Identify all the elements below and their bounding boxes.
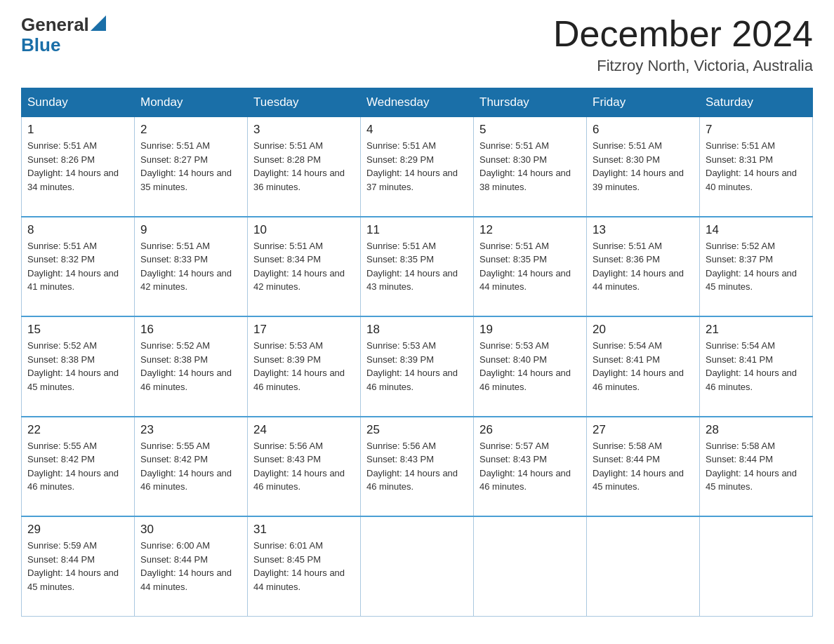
day-info: Sunrise: 5:51 AM Sunset: 8:30 PM Dayligh… bbox=[479, 139, 581, 208]
day-info: Sunrise: 5:51 AM Sunset: 8:28 PM Dayligh… bbox=[253, 139, 355, 208]
calendar-cell: 7 Sunrise: 5:51 AM Sunset: 8:31 PM Dayli… bbox=[700, 117, 813, 217]
day-info: Sunrise: 5:51 AM Sunset: 8:29 PM Dayligh… bbox=[366, 139, 468, 208]
calendar-cell: 31 Sunrise: 6:01 AM Sunset: 8:45 PM Dayl… bbox=[248, 516, 361, 616]
header-thursday: Thursday bbox=[474, 88, 587, 117]
calendar-cell: 22 Sunrise: 5:55 AM Sunset: 8:42 PM Dayl… bbox=[22, 417, 135, 517]
header-wednesday: Wednesday bbox=[361, 88, 474, 117]
logo-general-text: General bbox=[21, 14, 89, 36]
day-number: 1 bbox=[27, 123, 128, 137]
calendar-cell: 4 Sunrise: 5:51 AM Sunset: 8:29 PM Dayli… bbox=[361, 117, 474, 217]
calendar-cell: 30 Sunrise: 6:00 AM Sunset: 8:44 PM Dayl… bbox=[135, 516, 248, 616]
day-number: 16 bbox=[140, 323, 241, 337]
header-saturday: Saturday bbox=[700, 88, 813, 117]
day-number: 31 bbox=[253, 523, 355, 537]
page-header: General Blue December 2024 Fitzroy North… bbox=[21, 14, 813, 75]
day-info: Sunrise: 5:52 AM Sunset: 8:38 PM Dayligh… bbox=[27, 339, 128, 408]
header-friday: Friday bbox=[587, 88, 700, 117]
day-number: 12 bbox=[479, 223, 581, 237]
day-number: 11 bbox=[366, 223, 468, 237]
day-number: 7 bbox=[706, 123, 807, 137]
day-info: Sunrise: 6:01 AM Sunset: 8:45 PM Dayligh… bbox=[253, 539, 355, 608]
day-info: Sunrise: 5:59 AM Sunset: 8:44 PM Dayligh… bbox=[27, 539, 128, 608]
day-info: Sunrise: 5:51 AM Sunset: 8:34 PM Dayligh… bbox=[253, 239, 355, 308]
day-number: 28 bbox=[706, 423, 807, 437]
day-info: Sunrise: 5:54 AM Sunset: 8:41 PM Dayligh… bbox=[706, 339, 807, 408]
calendar-cell: 27 Sunrise: 5:58 AM Sunset: 8:44 PM Dayl… bbox=[587, 417, 700, 517]
day-number: 8 bbox=[27, 223, 128, 237]
day-number: 14 bbox=[706, 223, 807, 237]
calendar-cell: 16 Sunrise: 5:52 AM Sunset: 8:38 PM Dayl… bbox=[135, 316, 248, 417]
day-info: Sunrise: 5:56 AM Sunset: 8:43 PM Dayligh… bbox=[253, 439, 355, 508]
calendar-cell: 28 Sunrise: 5:58 AM Sunset: 8:44 PM Dayl… bbox=[700, 417, 813, 517]
day-number: 22 bbox=[27, 423, 128, 437]
day-number: 26 bbox=[479, 423, 581, 437]
day-info: Sunrise: 5:55 AM Sunset: 8:42 PM Dayligh… bbox=[27, 439, 128, 508]
calendar-cell: 18 Sunrise: 5:53 AM Sunset: 8:39 PM Dayl… bbox=[361, 316, 474, 417]
day-info: Sunrise: 5:53 AM Sunset: 8:40 PM Dayligh… bbox=[479, 339, 581, 408]
calendar-cell: 6 Sunrise: 5:51 AM Sunset: 8:30 PM Dayli… bbox=[587, 117, 700, 217]
calendar-header-row: SundayMondayTuesdayWednesdayThursdayFrid… bbox=[22, 88, 813, 117]
calendar-cell: 13 Sunrise: 5:51 AM Sunset: 8:36 PM Dayl… bbox=[587, 217, 700, 317]
day-number: 30 bbox=[140, 523, 241, 537]
day-number: 23 bbox=[140, 423, 241, 437]
calendar-cell: 12 Sunrise: 5:51 AM Sunset: 8:35 PM Dayl… bbox=[474, 217, 587, 317]
day-info: Sunrise: 5:52 AM Sunset: 8:37 PM Dayligh… bbox=[706, 239, 807, 308]
day-info: Sunrise: 5:51 AM Sunset: 8:33 PM Dayligh… bbox=[140, 239, 241, 308]
calendar-table: SundayMondayTuesdayWednesdayThursdayFrid… bbox=[21, 88, 813, 617]
week-row-2: 8 Sunrise: 5:51 AM Sunset: 8:32 PM Dayli… bbox=[22, 217, 813, 317]
header-monday: Monday bbox=[135, 88, 248, 117]
calendar-cell: 11 Sunrise: 5:51 AM Sunset: 8:35 PM Dayl… bbox=[361, 217, 474, 317]
title-area: December 2024 Fitzroy North, Victoria, A… bbox=[553, 14, 813, 75]
calendar-cell: 20 Sunrise: 5:54 AM Sunset: 8:41 PM Dayl… bbox=[587, 316, 700, 417]
day-info: Sunrise: 5:57 AM Sunset: 8:43 PM Dayligh… bbox=[479, 439, 581, 508]
location-title: Fitzroy North, Victoria, Australia bbox=[553, 57, 813, 75]
day-number: 24 bbox=[253, 423, 355, 437]
day-number: 15 bbox=[27, 323, 128, 337]
day-info: Sunrise: 5:56 AM Sunset: 8:43 PM Dayligh… bbox=[366, 439, 468, 508]
day-info: Sunrise: 5:52 AM Sunset: 8:38 PM Dayligh… bbox=[140, 339, 241, 408]
calendar-cell bbox=[587, 516, 700, 616]
calendar-cell: 21 Sunrise: 5:54 AM Sunset: 8:41 PM Dayl… bbox=[700, 316, 813, 417]
calendar-cell: 3 Sunrise: 5:51 AM Sunset: 8:28 PM Dayli… bbox=[248, 117, 361, 217]
day-info: Sunrise: 5:54 AM Sunset: 8:41 PM Dayligh… bbox=[593, 339, 694, 408]
day-number: 5 bbox=[479, 123, 581, 137]
day-info: Sunrise: 5:51 AM Sunset: 8:35 PM Dayligh… bbox=[366, 239, 468, 308]
day-number: 4 bbox=[366, 123, 468, 137]
day-number: 29 bbox=[27, 523, 128, 537]
calendar-cell: 15 Sunrise: 5:52 AM Sunset: 8:38 PM Dayl… bbox=[22, 316, 135, 417]
calendar-cell bbox=[361, 516, 474, 616]
calendar-cell bbox=[700, 516, 813, 616]
day-info: Sunrise: 5:51 AM Sunset: 8:35 PM Dayligh… bbox=[479, 239, 581, 308]
day-number: 6 bbox=[593, 123, 694, 137]
week-row-4: 22 Sunrise: 5:55 AM Sunset: 8:42 PM Dayl… bbox=[22, 417, 813, 517]
calendar-cell bbox=[474, 516, 587, 616]
day-number: 25 bbox=[366, 423, 468, 437]
day-number: 13 bbox=[593, 223, 694, 237]
day-number: 9 bbox=[140, 223, 241, 237]
calendar-cell: 17 Sunrise: 5:53 AM Sunset: 8:39 PM Dayl… bbox=[248, 316, 361, 417]
day-info: Sunrise: 5:51 AM Sunset: 8:36 PM Dayligh… bbox=[593, 239, 694, 308]
day-info: Sunrise: 5:51 AM Sunset: 8:32 PM Dayligh… bbox=[27, 239, 128, 308]
day-number: 2 bbox=[140, 123, 241, 137]
calendar-cell: 5 Sunrise: 5:51 AM Sunset: 8:30 PM Dayli… bbox=[474, 117, 587, 217]
day-number: 21 bbox=[706, 323, 807, 337]
day-info: Sunrise: 5:55 AM Sunset: 8:42 PM Dayligh… bbox=[140, 439, 241, 508]
day-info: Sunrise: 5:51 AM Sunset: 8:31 PM Dayligh… bbox=[706, 139, 807, 208]
day-info: Sunrise: 5:53 AM Sunset: 8:39 PM Dayligh… bbox=[366, 339, 468, 408]
week-row-1: 1 Sunrise: 5:51 AM Sunset: 8:26 PM Dayli… bbox=[22, 117, 813, 217]
day-info: Sunrise: 5:58 AM Sunset: 8:44 PM Dayligh… bbox=[706, 439, 807, 508]
calendar-cell: 14 Sunrise: 5:52 AM Sunset: 8:37 PM Dayl… bbox=[700, 217, 813, 317]
header-sunday: Sunday bbox=[22, 88, 135, 117]
calendar-cell: 26 Sunrise: 5:57 AM Sunset: 8:43 PM Dayl… bbox=[474, 417, 587, 517]
logo-arrow-icon bbox=[91, 15, 106, 31]
day-info: Sunrise: 6:00 AM Sunset: 8:44 PM Dayligh… bbox=[140, 539, 241, 608]
day-info: Sunrise: 5:51 AM Sunset: 8:27 PM Dayligh… bbox=[140, 139, 241, 208]
week-row-5: 29 Sunrise: 5:59 AM Sunset: 8:44 PM Dayl… bbox=[22, 516, 813, 616]
day-number: 17 bbox=[253, 323, 355, 337]
day-number: 27 bbox=[593, 423, 694, 437]
calendar-cell: 19 Sunrise: 5:53 AM Sunset: 8:40 PM Dayl… bbox=[474, 316, 587, 417]
calendar-cell: 1 Sunrise: 5:51 AM Sunset: 8:26 PM Dayli… bbox=[22, 117, 135, 217]
week-row-3: 15 Sunrise: 5:52 AM Sunset: 8:38 PM Dayl… bbox=[22, 316, 813, 417]
calendar-cell: 10 Sunrise: 5:51 AM Sunset: 8:34 PM Dayl… bbox=[248, 217, 361, 317]
calendar-cell: 2 Sunrise: 5:51 AM Sunset: 8:27 PM Dayli… bbox=[135, 117, 248, 217]
